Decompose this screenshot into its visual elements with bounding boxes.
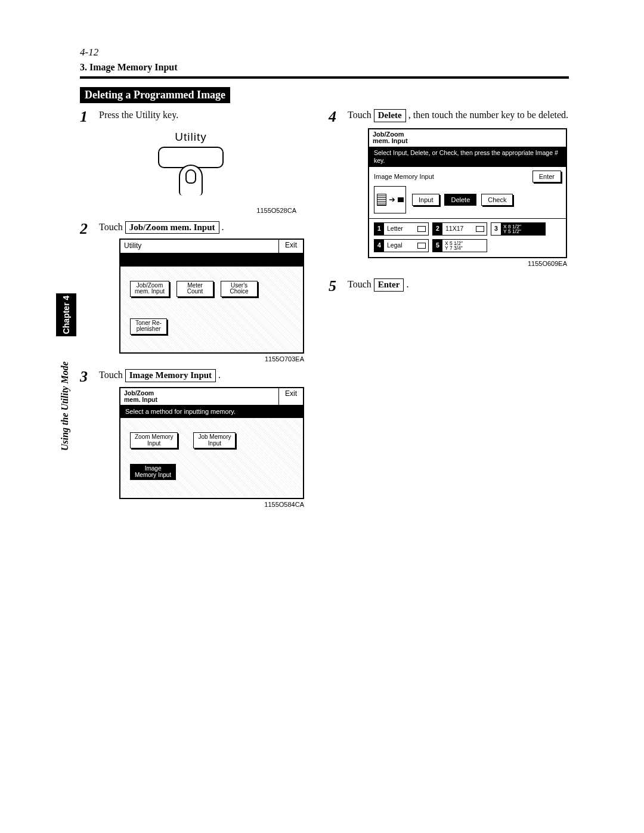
step-4: 4 Touch Delete , then touch the number k… xyxy=(329,109,569,268)
screen-title: Job/Zoom mem. Input xyxy=(120,388,278,405)
image-memory-input-button[interactable]: Image Memory Input xyxy=(130,464,176,480)
slot-number: 4 xyxy=(374,240,384,252)
step-text: Touch xyxy=(99,222,125,232)
page-number: 4-12 xyxy=(80,47,569,58)
step-text: . xyxy=(218,370,221,380)
screen-instruction: Select Input, Delete, or Check, then pre… xyxy=(369,147,566,167)
screen-title: Utility xyxy=(120,240,278,253)
slot-number: 1 xyxy=(374,223,384,235)
step-text: Press the Utility key. xyxy=(99,110,178,120)
step-2: 2 Touch Job/Zoom mem. Input . Utility Ex… xyxy=(80,221,320,363)
slot-number: 5 xyxy=(433,240,442,252)
image-memory-screen: Job/Zoom mem. Input Select Input, Delete… xyxy=(368,128,567,259)
screen-label: Image Memory Input xyxy=(374,172,434,181)
utility-key-figure: Utility xyxy=(137,130,244,203)
figure-code: 1155O584CA xyxy=(99,500,304,509)
step-text: , then touch the number key to be delete… xyxy=(408,110,568,120)
inline-button-delete: Delete xyxy=(374,109,406,122)
inline-button-jobzoom: Job/Zoom mem. Input xyxy=(125,221,219,234)
screen-title: Job/Zoom mem. Input xyxy=(369,129,566,147)
memory-icon: ➔ xyxy=(374,186,406,213)
section-heading: Deleting a Programmed Image xyxy=(80,87,230,103)
step-text: Touch xyxy=(99,370,125,380)
figure-code: 1155O528CA xyxy=(99,206,296,215)
orientation-icon xyxy=(417,226,426,232)
step-number: 5 xyxy=(329,278,340,294)
memory-slot-2[interactable]: 2 11X17 xyxy=(432,222,487,236)
step-number: 4 xyxy=(329,109,340,268)
slot-label: 11X17 xyxy=(442,225,476,233)
check-button[interactable]: Check xyxy=(481,194,513,206)
inline-button-image-memory-input: Image Memory Input xyxy=(125,369,216,382)
utility-screen: Utility Exit Job/Zoom mem. Input Meter C… xyxy=(119,239,304,354)
step-3: 3 Touch Image Memory Input . Job/Zoom me… xyxy=(80,369,320,509)
orientation-icon xyxy=(417,243,426,249)
input-button[interactable]: Input xyxy=(412,194,439,206)
step-1: 1 Press the Utility key. Utility 1155O52… xyxy=(80,109,320,215)
jobzoom-screen: Job/Zoom mem. Input Exit Select a method… xyxy=(119,387,304,500)
divider xyxy=(80,76,569,79)
slot-label: X 8 1/2" Y 5 1/2" xyxy=(501,224,524,234)
slot-label: X 5 1/2" Y 7 3/4" xyxy=(442,241,465,251)
figure-code: 1155O703EA xyxy=(99,355,304,363)
side-mode-text: Using the Utility Mode xyxy=(60,361,70,451)
exit-button[interactable]: Exit xyxy=(278,388,303,405)
slot-number: 2 xyxy=(433,223,442,235)
screen-band xyxy=(120,253,303,267)
arrow-icon: ➔ xyxy=(389,195,395,205)
step-text: . xyxy=(222,222,224,232)
delete-button[interactable]: Delete xyxy=(444,194,476,206)
toner-replenisher-button[interactable]: Toner Re- plenisher xyxy=(130,318,167,335)
figure-code: 1155O609EA xyxy=(348,259,567,268)
memory-slot-1[interactable]: 1 Letter xyxy=(374,222,429,236)
meter-count-button[interactable]: Meter Count xyxy=(177,281,213,297)
memory-slot-5[interactable]: 5 X 5 1/2" Y 7 3/4" xyxy=(432,239,487,252)
slot-number: 3 xyxy=(491,223,501,235)
step-number: 1 xyxy=(80,109,92,215)
orientation-icon xyxy=(476,226,484,232)
utility-key-label: Utility xyxy=(137,130,244,145)
step-number: 2 xyxy=(80,221,92,363)
users-choice-button[interactable]: User's Choice xyxy=(221,281,258,297)
step-text: . xyxy=(406,279,408,289)
chapter-tab: Chapter 4 xyxy=(56,293,76,336)
enter-button[interactable]: Enter xyxy=(532,171,561,182)
step-text: Touch xyxy=(348,110,374,120)
slot-label: Letter xyxy=(384,225,417,233)
memory-slot-3[interactable]: 3 X 8 1/2" Y 5 1/2" xyxy=(491,222,546,236)
slot-label: Legal xyxy=(384,241,417,250)
jobzoom-mem-input-button[interactable]: Job/Zoom mem. Input xyxy=(130,281,169,297)
step-number: 3 xyxy=(80,369,92,509)
step-text: Touch xyxy=(348,279,374,289)
memory-slot-4[interactable]: 4 Legal xyxy=(374,239,429,252)
exit-button[interactable]: Exit xyxy=(278,240,303,253)
job-memory-input-button[interactable]: Job Memory Input xyxy=(193,432,236,448)
zoom-memory-input-button[interactable]: Zoom Memory Input xyxy=(130,432,178,448)
screen-instruction: Select a method for inputting memory. xyxy=(120,405,303,419)
breadcrumb: 3. Image Memory Input xyxy=(80,62,569,73)
finger-icon xyxy=(179,165,203,203)
step-5: 5 Touch Enter . xyxy=(329,278,569,294)
inline-button-enter: Enter xyxy=(374,278,404,292)
